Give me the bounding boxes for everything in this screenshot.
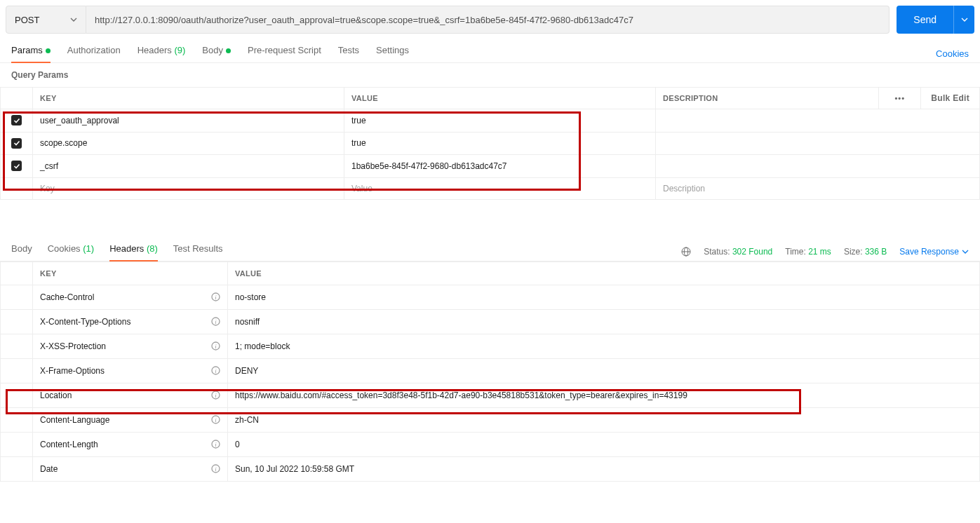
resp-tab-headers[interactable]: Headers (8) (109, 243, 158, 261)
header-value: Sun, 10 Jul 2022 10:59:58 GMT (228, 456, 980, 481)
param-desc[interactable] (656, 109, 980, 133)
col-bulk-edit[interactable]: Bulk Edit (921, 88, 980, 109)
col-key: KEY (33, 88, 344, 109)
tab-prerequest[interactable]: Pre-request Script (248, 45, 321, 62)
request-tabs-row: Params Authorization Headers (9) Body Pr… (0, 39, 980, 63)
request-tabs: Params Authorization Headers (9) Body Pr… (11, 45, 409, 62)
param-desc[interactable] (656, 132, 980, 155)
size-pair[interactable]: Size: 336 B (844, 247, 887, 257)
svg-text:i: i (215, 367, 217, 374)
info-icon[interactable]: i (211, 464, 220, 473)
send-button[interactable]: Send (897, 6, 953, 34)
method-label: POST (15, 15, 39, 25)
checkbox[interactable] (11, 115, 22, 125)
col-value: VALUE (344, 88, 656, 109)
chevron-down-icon (961, 16, 968, 23)
param-value-placeholder[interactable]: Value (344, 177, 656, 199)
col-blank (1, 262, 33, 285)
info-icon[interactable]: i (211, 390, 220, 400)
param-desc-placeholder[interactable]: Description (656, 177, 980, 199)
param-value[interactable]: true (344, 132, 656, 155)
param-value[interactable]: 1ba6be5e-845f-47f2-9680-db613adc47c7 (344, 155, 656, 178)
header-key: Content-Lengthi (33, 432, 228, 456)
header-value: https://www.baidu.com/#access_token=3d8f… (228, 383, 980, 407)
method-select[interactable]: POST (6, 6, 86, 34)
more-icon[interactable]: ••• (895, 94, 906, 102)
tab-authorization[interactable]: Authorization (67, 45, 121, 62)
header-value: 0 (228, 432, 980, 456)
svg-text:i: i (215, 391, 217, 398)
tab-settings[interactable]: Settings (376, 45, 409, 62)
header-row: Cache-Controlino-store (1, 285, 980, 309)
response-headers-table: KEY VALUE Cache-Controlino-storeX-Conten… (0, 262, 980, 482)
chevron-down-icon (70, 16, 77, 23)
col-description: DESCRIPTION (656, 88, 879, 109)
header-key: X-Content-Type-Optionsi (33, 309, 228, 334)
param-key[interactable]: user_oauth_approval (33, 109, 344, 133)
col-actions[interactable]: ••• (879, 88, 921, 109)
header-row: DateiSun, 10 Jul 2022 10:59:58 GMT (1, 456, 980, 481)
header-value: zh-CN (228, 407, 980, 432)
header-key: X-Frame-Optionsi (33, 358, 228, 383)
header-row: Content-Languageizh-CN (1, 407, 980, 432)
response-tabs-row: Body Cookies (1) Headers (8) Test Result… (0, 238, 980, 262)
resp-tab-body[interactable]: Body (11, 243, 32, 261)
checkbox[interactable] (11, 138, 22, 149)
response-tabs: Body Cookies (1) Headers (8) Test Result… (11, 243, 223, 261)
header-key: Content-Languagei (33, 407, 228, 432)
info-icon[interactable]: i (211, 292, 220, 301)
svg-text:i: i (215, 440, 217, 447)
param-row[interactable]: _csrf1ba6be5e-845f-47f2-9680-db613adc47c… (1, 155, 980, 178)
param-desc[interactable] (656, 155, 980, 178)
save-response-link[interactable]: Save Response (899, 247, 969, 257)
info-icon[interactable]: i (211, 440, 220, 449)
checkbox[interactable] (11, 161, 22, 171)
svg-text:i: i (215, 465, 217, 472)
info-icon[interactable]: i (211, 341, 220, 351)
request-bar: POST Send (0, 0, 980, 39)
header-value: DENY (228, 358, 980, 383)
param-key[interactable]: _csrf (33, 155, 344, 178)
header-value: no-store (228, 285, 980, 309)
chevron-down-icon (962, 248, 969, 255)
param-row[interactable]: scope.scopetrue (1, 132, 980, 155)
col-key: KEY (33, 262, 228, 285)
header-row: X-XSS-Protectioni1; mode=block (1, 334, 980, 358)
header-key: Cache-Controli (33, 285, 228, 309)
param-row[interactable]: user_oauth_approvaltrue (1, 109, 980, 133)
header-value: nosniff (228, 309, 980, 334)
url-input[interactable] (86, 6, 890, 34)
svg-text:i: i (215, 318, 217, 325)
resp-tab-testresults[interactable]: Test Results (173, 243, 223, 261)
resp-tab-cookies[interactable]: Cookies (1) (48, 243, 94, 261)
info-icon[interactable]: i (211, 415, 220, 424)
param-key-placeholder[interactable]: Key (33, 177, 344, 199)
info-icon[interactable]: i (211, 317, 220, 326)
tab-headers[interactable]: Headers (9) (137, 45, 186, 62)
cookies-link[interactable]: Cookies (936, 48, 969, 59)
svg-text:i: i (215, 342, 217, 349)
header-row: Locationihttps://www.baidu.com/#access_t… (1, 383, 980, 407)
header-key: X-XSS-Protectioni (33, 334, 228, 358)
param-value[interactable]: true (344, 109, 656, 133)
tab-params[interactable]: Params (11, 45, 51, 62)
tab-body[interactable]: Body (202, 45, 231, 62)
svg-text:i: i (215, 293, 217, 300)
tab-tests[interactable]: Tests (338, 45, 359, 62)
time-pair[interactable]: Time: 21 ms (785, 247, 831, 257)
svg-text:i: i (215, 416, 217, 423)
param-key[interactable]: scope.scope (33, 132, 344, 155)
col-value: VALUE (228, 262, 980, 285)
header-value: 1; mode=block (228, 334, 980, 358)
header-row: X-Content-Type-Optionsinosniff (1, 309, 980, 334)
param-row-new[interactable]: KeyValueDescription (1, 177, 980, 199)
globe-icon[interactable] (681, 247, 691, 257)
status-pair[interactable]: Status: 302 Found (704, 247, 772, 257)
send-button-group: Send (897, 6, 974, 34)
query-params-title: Query Params (0, 63, 980, 87)
header-row: Content-Lengthi0 (1, 432, 980, 456)
send-dropdown[interactable] (953, 6, 974, 34)
info-icon[interactable]: i (211, 366, 220, 375)
response-headers-container: KEY VALUE Cache-Controlino-storeX-Conten… (0, 262, 980, 482)
header-key: Locationi (33, 383, 228, 407)
